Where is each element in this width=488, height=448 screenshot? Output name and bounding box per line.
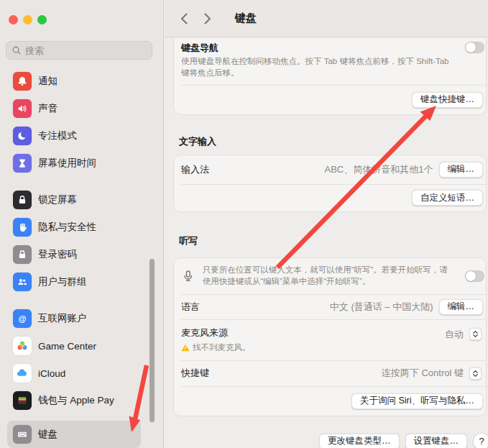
text-input-card: 输入法 ABC、简体拼音和其他1个 编辑… 自定义短语… xyxy=(173,155,487,212)
sidebar-item-login-password[interactable]: 登录密码 xyxy=(7,241,141,268)
dictation-section-title: 听写 xyxy=(179,234,487,247)
sidebar-item-label: 通知 xyxy=(38,75,57,88)
sidebar-item-screen-time[interactable]: 屏幕使用时间 xyxy=(7,150,141,177)
keyboard-navigation-description: 使用键盘导航在控制间移动焦点。按下 Tab 键将焦点前移，按下 Shift-Ta… xyxy=(174,55,466,85)
sidebar-item-sound[interactable]: 声音 xyxy=(7,95,141,122)
sidebar-item-lock-screen[interactable]: 锁定屏幕 xyxy=(7,186,141,214)
input-method-label: 输入法 xyxy=(181,163,209,176)
chevron-up-down-icon xyxy=(471,330,479,338)
input-method-edit-button[interactable]: 编辑… xyxy=(439,162,484,178)
sidebar-scrollbar[interactable] xyxy=(149,259,155,422)
sidebar-item-game-center[interactable]: Game Center xyxy=(7,332,141,360)
content-pane: 键盘 键盘导航 使用键盘导航在控制间移动焦点。按下 Tab 键将焦点前移，按下 … xyxy=(165,0,488,448)
sidebar-item-focus[interactable]: 专注模式 xyxy=(7,122,141,150)
bell-icon xyxy=(13,72,32,91)
keyboard-navigation-card: 键盘导航 使用键盘导航在控制间移动焦点。按下 Tab 键将焦点前移，按下 Shi… xyxy=(173,38,487,115)
help-button[interactable]: ? xyxy=(473,433,488,448)
about-siri-dictation-privacy-button[interactable]: 关于询问 Siri、听写与隐私… xyxy=(351,393,483,409)
dictation-shortcut-label: 快捷键 xyxy=(181,367,209,380)
sidebar-item-label: 登录密码 xyxy=(38,248,77,261)
sidebar-item-privacy-security[interactable]: 隐私与安全性 xyxy=(7,214,141,241)
keyboard-icon xyxy=(13,425,32,444)
dictation-card: 只要所在位置可以键入文本，就可以使用“听写”。若要开始听写，请使用快捷键或从“编… xyxy=(173,257,487,416)
keyboard-navigation-toggle[interactable] xyxy=(465,42,484,53)
sidebar-item-notifications[interactable]: 通知 xyxy=(7,68,141,95)
system-settings-window: 通知 声音 专注模式 屏幕使用时间 xyxy=(0,0,488,448)
microphone-icon xyxy=(181,268,195,285)
sidebar-item-users-groups[interactable]: 用户与群组 xyxy=(7,268,141,296)
sidebar-item-label: 声音 xyxy=(38,102,57,115)
lock-icon xyxy=(13,191,32,209)
mic-source-label: 麦克风来源 xyxy=(181,327,228,338)
footer-actions: 更改键盘类型… 设置键盘… ? xyxy=(173,433,487,448)
dictation-shortcut-dropdown[interactable] xyxy=(469,367,482,380)
back-button[interactable] xyxy=(178,12,190,26)
sidebar-item-label: 键盘 xyxy=(38,428,57,441)
sidebar-list: 通知 声音 专注模式 屏幕使用时间 xyxy=(7,68,148,448)
mic-source-warning: 找不到麦克风。 xyxy=(193,342,251,354)
sidebar-item-label: 专注模式 xyxy=(38,129,77,142)
hand-icon xyxy=(13,218,32,237)
custom-phrases-button[interactable]: 自定义短语… xyxy=(412,190,483,206)
wallet-icon xyxy=(13,391,32,410)
mic-source-group: 麦克风来源 找不到麦克风。 xyxy=(181,326,251,354)
warning-icon xyxy=(181,344,190,352)
sidebar-item-label: 钱包与 Apple Pay xyxy=(38,394,114,407)
sidebar-item-label: 锁定屏幕 xyxy=(38,193,77,206)
language-edit-button[interactable]: 编辑… xyxy=(439,299,484,315)
moon-icon xyxy=(13,127,32,145)
game-center-icon xyxy=(13,337,32,355)
sidebar-item-label: 用户与群组 xyxy=(38,275,87,288)
window-controls xyxy=(9,15,47,24)
sidebar-item-label: 屏幕使用时间 xyxy=(38,157,96,170)
keyboard-shortcuts-button[interactable]: 键盘快捷键… xyxy=(412,92,483,108)
lock-icon xyxy=(13,245,32,264)
toggle-knob xyxy=(466,271,476,281)
dictation-description: 只要所在位置可以键入文本，就可以使用“听写”。若要开始听写，请使用快捷键或从“编… xyxy=(203,265,451,288)
change-keyboard-type-button[interactable]: 更改键盘类型… xyxy=(319,434,400,448)
dictation-shortcut-value: 连按两下 Control 键 xyxy=(382,367,464,380)
sidebar-item-keyboard[interactable]: 键盘 xyxy=(7,421,141,448)
mic-source-value: 自动 xyxy=(445,328,464,341)
sidebar-item-label: iCloud xyxy=(38,368,65,379)
search-icon xyxy=(11,45,22,55)
setup-keyboard-button[interactable]: 设置键盘… xyxy=(405,434,468,448)
svg-text:@: @ xyxy=(19,314,27,323)
language-label: 语言 xyxy=(181,301,200,314)
search-input[interactable] xyxy=(25,45,140,56)
toggle-knob xyxy=(466,42,476,52)
input-method-value: ABC、简体拼音和其他1个 xyxy=(325,163,433,176)
text-input-section-title: 文字输入 xyxy=(179,135,487,148)
chevron-right-icon xyxy=(203,12,212,25)
keyboard-navigation-label: 键盘导航 xyxy=(181,42,218,55)
search-box[interactable] xyxy=(6,41,152,60)
zoom-window-button[interactable] xyxy=(37,15,47,24)
hourglass-icon xyxy=(13,154,32,173)
dictation-toggle[interactable] xyxy=(465,270,484,282)
sidebar-item-label: 互联网账户 xyxy=(38,312,87,325)
forward-button[interactable] xyxy=(201,12,213,26)
sidebar: 通知 声音 专注模式 屏幕使用时间 xyxy=(0,0,164,448)
content-header: 键盘 xyxy=(165,0,488,37)
at-icon: @ xyxy=(13,309,32,328)
sidebar-item-label: 隐私与安全性 xyxy=(38,221,96,234)
sidebar-item-icloud[interactable]: iCloud xyxy=(7,360,141,387)
sidebar-item-internet-accounts[interactable]: @ 互联网账户 xyxy=(7,305,141,332)
minimize-window-button[interactable] xyxy=(23,15,32,24)
speaker-icon xyxy=(13,99,32,118)
sidebar-item-label: Game Center xyxy=(38,341,96,352)
language-value: 中文 (普通话 – 中国大陆) xyxy=(330,301,433,314)
settings-scroll-area: 键盘导航 使用键盘导航在控制间移动焦点。按下 Tab 键将焦点前移，按下 Shi… xyxy=(165,38,488,448)
sidebar-item-wallet[interactable]: 钱包与 Apple Pay xyxy=(7,387,141,414)
chevron-up-down-icon xyxy=(471,370,479,378)
page-title: 键盘 xyxy=(235,12,257,25)
mic-source-dropdown[interactable] xyxy=(469,328,482,340)
close-window-button[interactable] xyxy=(9,15,18,24)
cloud-icon xyxy=(13,364,32,383)
users-icon xyxy=(13,273,32,291)
chevron-left-icon xyxy=(180,12,189,25)
